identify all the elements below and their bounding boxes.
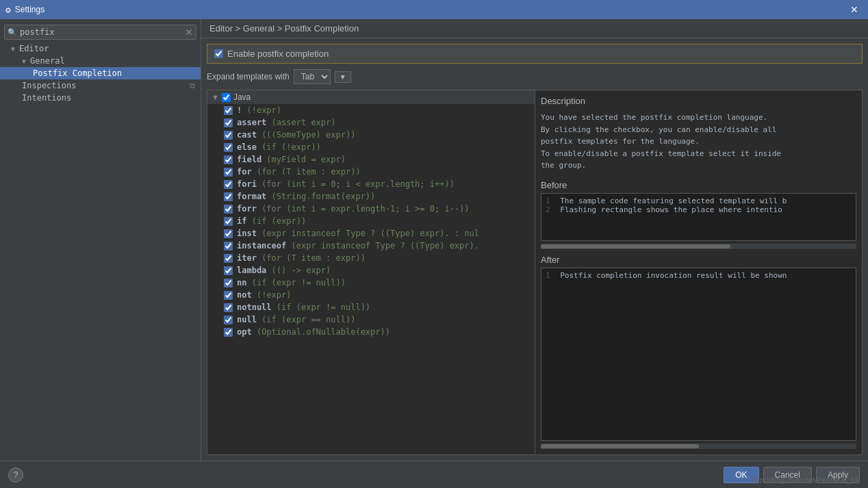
sidebar-item-intentions[interactable]: Intentions [0, 92, 201, 104]
completion-item-else[interactable]: else (if (!expr)) [207, 141, 535, 153]
item-checkbox-instanceof[interactable] [224, 242, 233, 251]
general-label: General [30, 56, 65, 66]
collapse-arrow-general-icon: ▼ [22, 57, 26, 65]
item-checkbox-nn[interactable] [224, 279, 233, 287]
completion-item-instanceof[interactable]: instanceof (expr instanceof Type ? ((Typ… [207, 240, 535, 252]
completion-item-field[interactable]: field (myField = expr) [207, 153, 535, 166]
watermark: http://blog.csdn.net/PentaKill_LF [752, 476, 860, 484]
java-group-checkbox[interactable] [222, 93, 231, 102]
sidebar-item-general[interactable]: ▼ General [0, 55, 201, 67]
completion-item-inst[interactable]: inst (expr instanceof Type ? ((Type) exp… [207, 227, 535, 240]
title-bar: ⚙ Settings ✕ [0, 0, 868, 19]
item-checkbox-not[interactable] [224, 106, 233, 115]
collapse-arrow-icon: ▼ [11, 45, 15, 53]
item-checkbox-fori[interactable] [224, 180, 233, 189]
item-checkbox-not2[interactable] [224, 291, 233, 300]
intentions-label: Intentions [22, 93, 71, 103]
java-group-label: Java [233, 92, 251, 102]
item-checkbox-inst[interactable] [224, 229, 233, 238]
settings-icon: ⚙ [5, 5, 11, 15]
after-scrollbar-thumb [541, 444, 699, 448]
expand-key-dropdown[interactable]: Tab [294, 69, 331, 84]
after-line-1: 1 Postfix completion invocation result w… [546, 271, 852, 280]
two-panel: ▼ Java ! (!expr) assert (assert expr) [207, 90, 863, 455]
item-checkbox-cast[interactable] [224, 131, 233, 140]
before-scrollbar[interactable] [541, 244, 856, 249]
java-group-header[interactable]: ▼ Java [207, 90, 535, 104]
completions-tree-panel[interactable]: ▼ Java ! (!expr) assert (assert expr) [207, 90, 535, 455]
copy-icon: ⧉ [190, 81, 195, 90]
completion-item-not[interactable]: not (!expr) [207, 289, 535, 301]
completion-item-format[interactable]: format (String.format(expr)) [207, 190, 535, 203]
description-text: You have selected the postfix completion… [541, 112, 856, 172]
after-scrollbar[interactable] [541, 444, 856, 449]
before-title: Before [541, 180, 856, 190]
description-panel: Description You have selected the postfi… [535, 90, 863, 455]
completion-item-forr[interactable]: forr (for (int i = expr.length-1; i >= 0… [207, 203, 535, 215]
item-checkbox-opt[interactable] [224, 328, 233, 337]
completion-item-opt[interactable]: opt (Optional.ofNullable(expr)) [207, 326, 535, 338]
breadcrumb: Editor > General > Postfix Completion [201, 19, 868, 38]
enable-postfix-label: Enable postfix completion [227, 49, 329, 59]
sidebar-item-editor[interactable]: ▼ Editor [0, 42, 201, 55]
item-checkbox-for[interactable] [224, 168, 233, 177]
search-box: 🔍 ✕ [4, 25, 196, 40]
item-checkbox-forr[interactable] [224, 205, 233, 214]
item-checkbox-if[interactable] [224, 217, 233, 226]
before-scrollbar-thumb [541, 244, 730, 248]
content-area: Editor > General > Postfix Completion En… [201, 19, 868, 461]
sidebar-item-inspections[interactable]: Inspections ⧉ [0, 79, 201, 92]
sidebar: 🔍 ✕ ▼ Editor ▼ General Postfix Completio… [0, 19, 201, 461]
item-checkbox-else[interactable] [224, 143, 233, 152]
sidebar-item-postfix-completion[interactable]: Postfix Completion [0, 67, 201, 79]
before-line-1: 1 The sample code featuring selected tem… [546, 196, 852, 205]
dropdown-arrow-button[interactable]: ▼ [335, 71, 351, 83]
search-input[interactable] [20, 27, 185, 37]
completion-item-iter[interactable]: iter (for (T item : expr)) [207, 252, 535, 264]
item-checkbox-lambda[interactable] [224, 266, 233, 275]
clear-search-button[interactable]: ✕ [185, 27, 193, 38]
close-button[interactable]: ✕ [846, 3, 863, 16]
item-checkbox-assert[interactable] [224, 118, 233, 127]
completion-item-notnull[interactable]: notnull (if (expr != null)) [207, 301, 535, 313]
expand-templates-label: Expand templates with [207, 72, 290, 81]
before-panel: 1 The sample code featuring selected tem… [541, 193, 856, 241]
main-layout: 🔍 ✕ ▼ Editor ▼ General Postfix Completio… [0, 19, 868, 461]
item-checkbox-null[interactable] [224, 316, 233, 324]
after-title: After [541, 255, 856, 265]
item-checkbox-notnull[interactable] [224, 303, 233, 312]
completion-item-not[interactable]: ! (!expr) [207, 104, 535, 116]
after-panel: 1 Postfix completion invocation result w… [541, 268, 856, 441]
search-icon: 🔍 [8, 28, 17, 37]
item-checkbox-format[interactable] [224, 192, 233, 201]
before-line-2: 2 Flashing rectangle shows the place whe… [546, 205, 852, 214]
description-title: Description [541, 96, 856, 106]
completion-item-null[interactable]: null (if (expr == null)) [207, 313, 535, 326]
enable-postfix-checkbox[interactable] [214, 49, 223, 58]
item-checkbox-iter[interactable] [224, 254, 233, 263]
completion-item-for[interactable]: for (for (T item : expr)) [207, 166, 535, 178]
editor-label: Editor [19, 44, 49, 53]
java-expand-icon: ▼ [212, 93, 219, 101]
bottom-bar: ? OK Cancel Apply [0, 461, 868, 488]
window-title: Settings [15, 5, 44, 14]
completion-item-if[interactable]: if (if (expr)) [207, 215, 535, 227]
completion-item-assert[interactable]: assert (assert expr) [207, 116, 535, 129]
postfix-completion-label: Postfix Completion [33, 68, 122, 78]
completion-item-fori[interactable]: fori (for (int i = 0; i < expr.length; i… [207, 178, 535, 190]
item-checkbox-field[interactable] [224, 155, 233, 164]
enable-postfix-row: Enable postfix completion [207, 44, 863, 64]
settings-panel: Enable postfix completion Expand templat… [201, 38, 868, 461]
help-button[interactable]: ? [8, 467, 23, 483]
completion-item-cast[interactable]: cast (((SomeType) expr)) [207, 129, 535, 141]
completion-item-lambda[interactable]: lambda (() -> expr) [207, 264, 535, 277]
expand-templates-row: Expand templates with Tab ▼ [207, 69, 863, 84]
inspections-label: Inspections [22, 81, 76, 90]
completion-item-nn[interactable]: nn (if (expr != null)) [207, 277, 535, 289]
